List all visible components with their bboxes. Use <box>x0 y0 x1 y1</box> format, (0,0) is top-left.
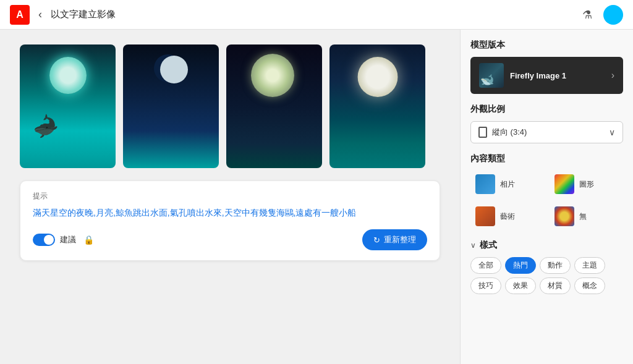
graphic-label: 圖形 <box>579 179 594 190</box>
style-tag-3[interactable]: 主題 <box>574 257 605 274</box>
content-type-graphic[interactable]: 圖形 <box>550 171 624 198</box>
app-header: A ‹ 以文字建立影像 ⚗ <box>0 0 633 30</box>
content-type-section: 內容類型 相片 圖形 藝術 無 <box>470 153 623 230</box>
style-tag-5[interactable]: 效果 <box>505 277 536 294</box>
regenerate-button[interactable]: ↻ 重新整理 <box>362 229 427 250</box>
style-tag-2[interactable]: 動作 <box>540 257 571 274</box>
prompt-box: 提示 滿天星空的夜晚,月亮,鯨魚跳出水面,氣孔噴出水來,天空中有幾隻海鷗,遠處有… <box>20 180 440 261</box>
style-header[interactable]: ∨ 樣式 <box>470 240 623 251</box>
content-type-none[interactable]: 無 <box>550 203 624 230</box>
model-name-label: Firefly Image 1 <box>510 71 605 80</box>
art-label: 藝術 <box>500 211 515 222</box>
style-tag-0[interactable]: 全部 <box>470 257 501 274</box>
style-tags-container: 全部 熱門 動作 主題 技巧 效果 材質 概念 <box>470 257 623 294</box>
art-thumb <box>475 206 495 226</box>
model-version-button[interactable]: Firefly Image 1 › <box>470 57 623 94</box>
suggestion-toggle[interactable] <box>33 234 55 246</box>
page-title: 以文字建立影像 <box>51 9 574 20</box>
content-area: 提示 滿天星空的夜晚,月亮,鯨魚跳出水面,氣孔噴出水來,天空中有幾隻海鷗,遠處有… <box>0 30 460 364</box>
back-button[interactable]: ‹ <box>35 6 46 23</box>
model-thumbnail <box>479 63 504 88</box>
prompt-label: 提示 <box>33 191 427 201</box>
image-grid <box>20 44 440 168</box>
none-label: 無 <box>579 211 587 222</box>
style-tag-6[interactable]: 材質 <box>540 277 571 294</box>
none-thumb <box>554 206 574 226</box>
content-type-art[interactable]: 藝術 <box>470 203 545 230</box>
style-section: ∨ 樣式 全部 熱門 動作 主題 技巧 效果 材質 概念 <box>470 240 623 294</box>
image-card-3[interactable] <box>226 44 322 168</box>
regenerate-label: 重新整理 <box>384 234 416 245</box>
prompt-text: 滿天星空的夜晚,月亮,鯨魚跳出水面,氣孔噴出水來,天空中有幾隻海鷗,遠處有一艘小… <box>33 206 427 219</box>
image-card-4[interactable] <box>329 44 425 168</box>
aspect-ratio-select[interactable]: 縱向 (3:4) ∨ <box>470 121 623 143</box>
lock-icon[interactable]: 🔒 <box>81 232 96 247</box>
style-section-title: 樣式 <box>480 240 497 251</box>
aspect-section: 外觀比例 縱向 (3:4) ∨ <box>470 104 623 143</box>
regenerate-icon: ↻ <box>373 235 380 245</box>
content-type-photo[interactable]: 相片 <box>470 171 545 198</box>
photo-label: 相片 <box>500 179 515 190</box>
photo-thumb <box>475 174 495 194</box>
prompt-actions: 建議 🔒 ↻ 重新整理 <box>33 229 427 250</box>
chevron-right-icon: › <box>611 70 614 81</box>
aspect-ratio-label: 縱向 (3:4) <box>492 127 604 138</box>
content-type-grid: 相片 圖形 藝術 無 <box>470 171 623 230</box>
image-card-1[interactable] <box>20 44 116 168</box>
content-section-title: 內容類型 <box>470 153 623 164</box>
toggle-row: 建議 🔒 <box>33 232 355 247</box>
image-card-2[interactable] <box>123 44 219 168</box>
adobe-logo: A <box>10 5 30 25</box>
chevron-down-icon: ∨ <box>609 127 615 137</box>
right-panel: 模型版本 Firefly Image 1 › 外觀比例 縱向 (3:4) ∨ 內… <box>460 30 633 364</box>
flask-icon[interactable]: ⚗ <box>579 6 596 23</box>
toggle-label: 建議 <box>60 234 76 245</box>
style-tag-1[interactable]: 熱門 <box>505 257 536 274</box>
aspect-section-title: 外觀比例 <box>470 104 623 115</box>
header-actions: ⚗ <box>579 5 623 25</box>
main-layout: 提示 滿天星空的夜晚,月亮,鯨魚跳出水面,氣孔噴出水來,天空中有幾隻海鷗,遠處有… <box>0 30 633 364</box>
model-section-title: 模型版本 <box>470 40 623 51</box>
style-chevron-icon: ∨ <box>470 241 476 250</box>
model-section: 模型版本 Firefly Image 1 › <box>470 40 623 94</box>
avatar[interactable] <box>603 5 623 25</box>
style-tag-7[interactable]: 概念 <box>574 277 605 294</box>
style-tag-4[interactable]: 技巧 <box>470 277 501 294</box>
graphic-thumb <box>554 174 574 194</box>
portrait-rect-icon <box>478 127 487 138</box>
